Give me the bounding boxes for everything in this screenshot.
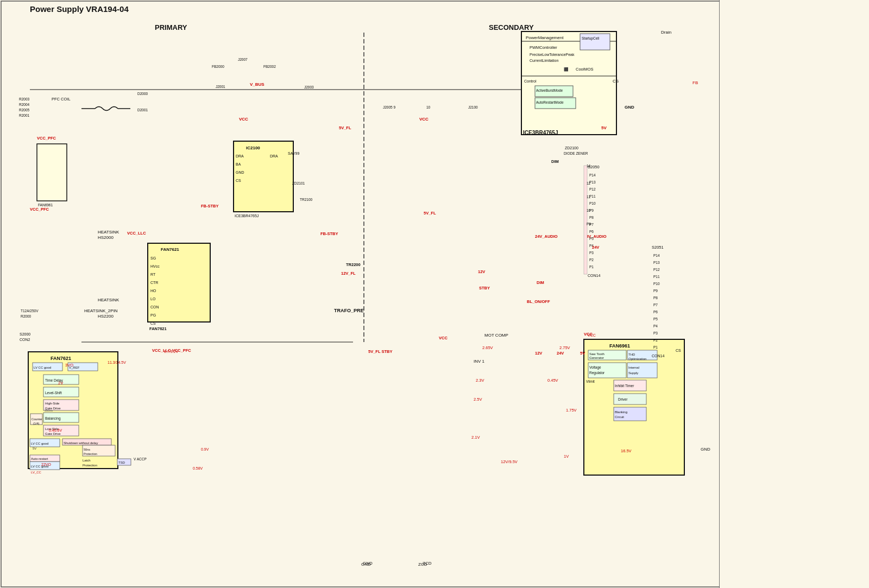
component-entry: R2263 15K %1 1/10W bbox=[849, 34, 869, 39]
svg-text:P6: P6 bbox=[589, 230, 594, 233]
svg-text:11: 11 bbox=[587, 195, 591, 199]
component-entry: R2006 1M J 1/8W bbox=[797, 289, 849, 294]
component-entry: C2265 100NF J 50V bbox=[797, 28, 849, 34]
svg-text:ZD2101: ZD2101 bbox=[292, 181, 305, 185]
svg-text:LV_CC: LV_CC bbox=[31, 471, 42, 474]
component-entry: T2300 BC448BLT1G bbox=[849, 197, 869, 202]
svg-text:12V: 12V bbox=[478, 269, 485, 274]
component-entry: T2150 TL431ASDT bbox=[849, 164, 869, 169]
svg-text:High-Side: High-Side bbox=[45, 402, 60, 405]
component-entry: D2300 BAT54 bbox=[797, 148, 849, 153]
component-entry: ZD2351 BZX84C12 bbox=[849, 283, 869, 289]
component-entry: C2259 330UF M 35V bbox=[725, 300, 777, 305]
svg-text:VCC_PFC: VCC_PFC bbox=[37, 136, 56, 141]
svg-text:FB: FB bbox=[692, 80, 698, 85]
component-entry: R2002 1M J 1/8W bbox=[797, 267, 849, 273]
svg-text:J2001: J2001 bbox=[216, 85, 225, 88]
component-entry: D2001 MUR460 bbox=[797, 83, 849, 88]
svg-text:Circuit: Circuit bbox=[615, 415, 624, 419]
component-entry: L2050 10UH K 3.6A bbox=[797, 240, 849, 245]
svg-text:ICE3BR4765J: ICE3BR4765J bbox=[523, 130, 558, 136]
component-entry: R2265 1K J 1/10W bbox=[849, 45, 869, 50]
svg-text:HO: HO bbox=[150, 289, 156, 293]
svg-text:PG: PG bbox=[150, 313, 156, 317]
component-entry: R2262 51K J 1/10W bbox=[849, 28, 869, 34]
svg-text:R2003: R2003 bbox=[19, 97, 30, 101]
component-entry: F2000 T2AL250V bbox=[797, 164, 849, 169]
component-entry: C2150 1000UF M bbox=[725, 164, 777, 169]
component-entry: C2016 220PF K 305VAC bbox=[725, 88, 777, 93]
svg-text:FAN7621: FAN7621 bbox=[161, 247, 179, 252]
component-entry: R2266 47K J 1/10W bbox=[849, 50, 869, 55]
component-entry: C2103 1UF K 50V bbox=[725, 137, 777, 142]
svg-text:TR2100: TR2100 bbox=[300, 198, 313, 201]
component-entry: C2202 12NF J 50V 1.6kV bbox=[725, 218, 777, 224]
component-entry: C2101 1NF K 50V bbox=[725, 126, 777, 131]
svg-text:SECONDARY: SECONDARY bbox=[489, 23, 534, 31]
svg-text:HEATSINK: HEATSINK bbox=[98, 298, 119, 302]
component-entry: C2003 220NF K 305VAC bbox=[725, 17, 777, 23]
svg-text:PFC COIL: PFC COIL bbox=[52, 97, 71, 102]
svg-text:FAN6961: FAN6961 bbox=[38, 203, 53, 207]
component-entry: T2000 FQN150C bbox=[849, 126, 869, 131]
svg-text:0.40.6V: 0.40.6V bbox=[49, 428, 62, 432]
svg-text:LV CC good: LV CC good bbox=[34, 366, 51, 369]
component-entry: R2355 100K J 1/10W bbox=[849, 110, 869, 115]
svg-text:P8: P8 bbox=[653, 296, 658, 300]
svg-text:5V: 5V bbox=[33, 447, 36, 450]
svg-text:BA: BA bbox=[236, 162, 241, 166]
component-entry: T2251 BC448BLT1G bbox=[849, 191, 869, 197]
component-entry: C2014 470PF K 50V bbox=[725, 77, 777, 83]
svg-text:12V/9.5V: 12V/9.5V bbox=[501, 459, 518, 464]
component-entry: R2007 1M J 1/8W bbox=[849, 289, 869, 294]
component-entry: R2351 10K J 1/8W bbox=[849, 88, 869, 93]
component-entry: FB2002 28L0138-80R-10 bbox=[797, 180, 849, 186]
svg-text:SG: SG bbox=[150, 256, 156, 260]
component-entry: T2151 FAN7621S-JX bbox=[849, 169, 869, 175]
svg-text:Latch: Latch bbox=[83, 459, 91, 462]
component-entry: ZD2350 BZX84C12 bbox=[849, 278, 869, 283]
component-entry: R2301 2.2K J 1/4W bbox=[849, 72, 869, 77]
component-entry: TR2000 LLC-SRX3835EM bbox=[849, 213, 869, 218]
svg-text:CS: CS bbox=[676, 349, 681, 352]
svg-text:P7: P7 bbox=[653, 303, 658, 307]
component-entry: ZD2100 BZX55C5V1 bbox=[849, 240, 869, 245]
component-entry: C2013 47NF J 50V bbox=[725, 72, 777, 77]
svg-text:P14: P14 bbox=[653, 254, 660, 257]
svg-text:T12A/250V: T12A/250V bbox=[21, 309, 39, 313]
component-entry: C2352 100NF J 50V bbox=[797, 66, 849, 72]
svg-text:P10: P10 bbox=[589, 201, 596, 205]
component-entry: T2250 TL431ASDT bbox=[849, 186, 869, 191]
component-entry: C2002 150NF K 305VAC bbox=[725, 12, 777, 17]
svg-text:2.1V: 2.1V bbox=[471, 435, 480, 440]
component-entry: C2009 220PF K 250VAC bbox=[725, 50, 777, 55]
component-entry: IC2101 FOD617C bbox=[797, 197, 849, 202]
component-entry: C2050 1UF K 16V bbox=[725, 110, 777, 115]
svg-text:24V: 24V bbox=[557, 351, 564, 356]
component-entry: L2002 430UH 90W bbox=[797, 235, 849, 240]
component-entry: C2250 100NF J 50V bbox=[725, 251, 777, 256]
svg-text:VCC_PFC: VCC_PFC bbox=[30, 207, 49, 212]
component-entry: C2201 1UF K 50V bbox=[725, 213, 777, 218]
svg-text:V ACCP: V ACCP bbox=[134, 457, 147, 461]
component-entry: D2351 IMBD4148 bbox=[797, 159, 849, 164]
component-entry: L2051 10UH K 3.6A bbox=[797, 245, 849, 251]
svg-text:IC2100: IC2100 bbox=[246, 146, 260, 150]
component-entry: C2207 330UF M 35V bbox=[725, 245, 777, 251]
svg-text:CS: CS bbox=[150, 321, 156, 325]
svg-text:12V: 12V bbox=[535, 351, 542, 356]
component-entry: R2260 2.2K %1 1/10W bbox=[849, 17, 869, 23]
component-entry: D2200 SBR3010CTFP bbox=[797, 137, 849, 142]
svg-text:D2001: D2001 bbox=[137, 108, 148, 112]
svg-text:R2005: R2005 bbox=[19, 108, 30, 112]
component-entry: R2003 1M J 1/8W bbox=[797, 273, 849, 278]
component-entry: C2153 1000UF M bbox=[725, 180, 777, 186]
svg-text:VCC: VCC bbox=[439, 336, 448, 340]
component-entry: T2351 BC448BLT1G bbox=[849, 207, 869, 213]
svg-text:Vlimit: Vlimit bbox=[586, 380, 595, 383]
component-entry: TR2200 SRX3835EM bbox=[849, 224, 869, 229]
svg-text:P1: P1 bbox=[653, 345, 658, 349]
svg-text:RT: RT bbox=[150, 273, 156, 276]
component-entry: R2352 82K J 1/10W bbox=[849, 93, 869, 99]
svg-text:GND: GND bbox=[701, 447, 710, 452]
